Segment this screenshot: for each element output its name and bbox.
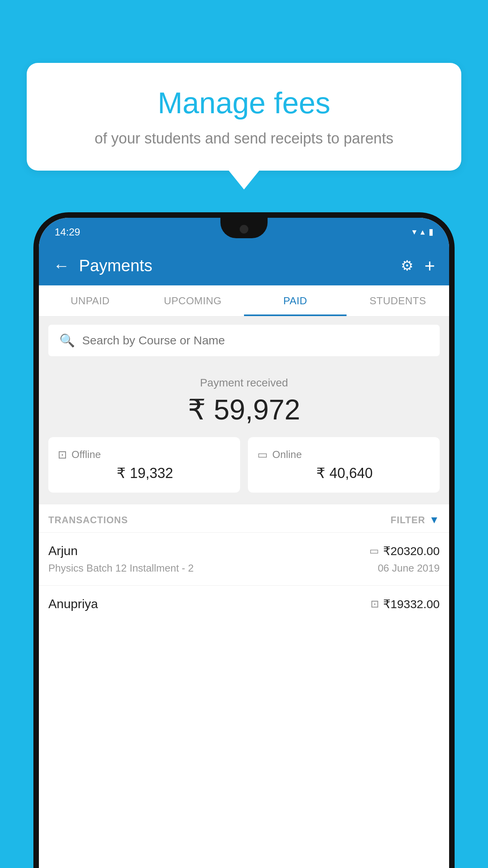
search-input[interactable]: [82, 334, 429, 347]
back-button[interactable]: ←: [53, 256, 70, 275]
phone-frame: 14:29 ▾ ▴ ▮ ← Payments ⚙ + UNPAID: [33, 212, 455, 868]
transaction-amount: ₹20320.00: [383, 544, 440, 558]
header-title: Payments: [79, 256, 401, 275]
tab-paid[interactable]: PAID: [244, 285, 347, 316]
transaction-course: Physics Batch 12 Installment - 2: [48, 562, 194, 574]
speech-bubble: Manage fees of your students and send re…: [27, 63, 461, 171]
transaction-amount: ₹19332.00: [383, 597, 440, 611]
status-time: 14:29: [55, 226, 80, 238]
transaction-date: 06 June 2019: [378, 562, 440, 574]
offline-label: Offline: [72, 449, 101, 461]
transactions-header: TRANSACTIONS FILTER ▼: [39, 504, 449, 532]
add-icon[interactable]: +: [424, 255, 435, 276]
phone-inner: 14:29 ▾ ▴ ▮ ← Payments ⚙ + UNPAID: [39, 218, 449, 868]
tab-students[interactable]: STUDENTS: [347, 285, 449, 316]
status-icons: ▾ ▴ ▮: [412, 227, 433, 237]
filter-label: FILTER: [391, 515, 425, 526]
signal-icon: ▴: [420, 227, 425, 237]
total-amount: ₹ 59,972: [48, 393, 440, 426]
offline-payment-icon: ⊡: [371, 598, 379, 610]
transaction-name: Anupriya: [48, 597, 98, 611]
online-icon: ▭: [257, 448, 268, 461]
transaction-amount-wrap: ▭ ₹20320.00: [369, 544, 440, 558]
online-card: ▭ Online ₹ 40,640: [248, 437, 440, 493]
transaction-name: Arjun: [48, 544, 78, 558]
tabs: UNPAID UPCOMING PAID STUDENTS: [39, 285, 449, 317]
notch-camera: [240, 225, 248, 234]
offline-icon: ⊡: [58, 448, 67, 461]
transaction-amount-wrap: ⊡ ₹19332.00: [371, 597, 440, 611]
bubble-title: Manage fees: [46, 86, 442, 120]
search-icon: 🔍: [59, 333, 75, 348]
payment-cards: ⊡ Offline ₹ 19,332 ▭ Online ₹ 40,640: [48, 437, 440, 493]
payment-summary: Payment received ₹ 59,972 ⊡ Offline ₹ 19…: [39, 364, 449, 504]
tab-upcoming[interactable]: UPCOMING: [141, 285, 244, 316]
search-bar: 🔍: [48, 325, 440, 356]
notch: [220, 218, 268, 238]
filter-icon: ▼: [429, 514, 440, 526]
offline-card: ⊡ Offline ₹ 19,332: [48, 437, 240, 493]
header-actions: ⚙ +: [401, 255, 435, 276]
filter-button[interactable]: FILTER ▼: [391, 514, 440, 526]
status-bar: 14:29 ▾ ▴ ▮: [39, 218, 449, 246]
settings-icon[interactable]: ⚙: [401, 257, 413, 274]
tab-unpaid[interactable]: UNPAID: [39, 285, 141, 316]
online-amount: ₹ 40,640: [257, 465, 430, 482]
card-payment-icon: ▭: [369, 545, 379, 557]
search-container: 🔍: [39, 317, 449, 364]
wifi-icon: ▾: [412, 227, 416, 237]
transaction-row[interactable]: Anupriya ⊡ ₹19332.00: [39, 585, 449, 626]
bubble-subtitle: of your students and send receipts to pa…: [46, 128, 442, 149]
offline-amount: ₹ 19,332: [58, 465, 231, 482]
app-header: ← Payments ⚙ +: [39, 246, 449, 285]
battery-icon: ▮: [429, 227, 433, 237]
transactions-label: TRANSACTIONS: [48, 515, 128, 526]
transaction-row[interactable]: Arjun ▭ ₹20320.00 Physics Batch 12 Insta…: [39, 532, 449, 585]
online-label: Online: [272, 449, 302, 461]
payment-received-label: Payment received: [48, 377, 440, 389]
